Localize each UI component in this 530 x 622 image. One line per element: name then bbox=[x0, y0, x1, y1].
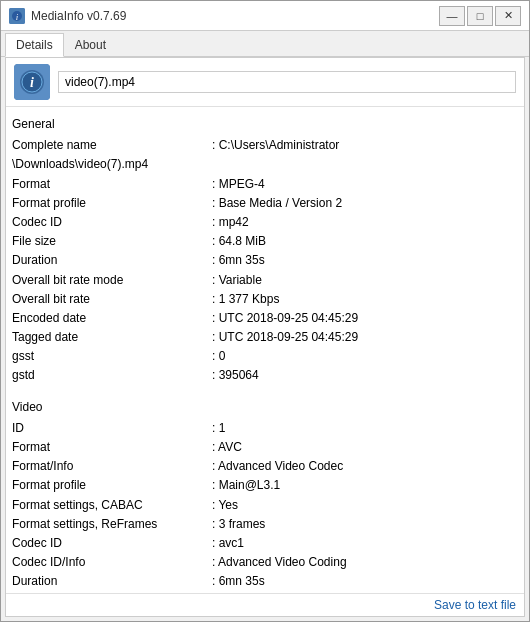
table-row: FormatMPEG-4 bbox=[12, 175, 518, 194]
info-value-continued: \Downloads\video(7).mp4 bbox=[12, 157, 148, 171]
table-row: Overall bit rate modeVariable bbox=[12, 271, 518, 290]
table-row: Format profileMain@L3.1 bbox=[12, 476, 518, 495]
info-key: Overall bit rate mode bbox=[12, 271, 212, 290]
info-key: Complete name bbox=[12, 136, 212, 155]
info-value: 6mn 35s bbox=[212, 251, 265, 270]
table-row: ID1 bbox=[12, 419, 518, 438]
info-value: Yes bbox=[212, 496, 238, 515]
info-value: 3 frames bbox=[212, 515, 265, 534]
table-row: Complete nameC:\Users\Administrator bbox=[12, 136, 518, 155]
info-key: Overall bit rate bbox=[12, 290, 212, 309]
window-title: MediaInfo v0.7.69 bbox=[31, 9, 126, 23]
mediainfo-icon: i bbox=[14, 64, 50, 100]
info-key: Format settings, ReFrames bbox=[12, 515, 212, 534]
table-row: FormatAVC bbox=[12, 438, 518, 457]
info-key: gstd bbox=[12, 366, 212, 385]
info-key: Duration bbox=[12, 251, 212, 270]
save-to-text-link[interactable]: Save to text file bbox=[434, 598, 516, 612]
maximize-button[interactable]: □ bbox=[467, 6, 493, 26]
file-input-bar: i bbox=[6, 58, 524, 107]
info-key: gsst bbox=[12, 347, 212, 366]
section-title-general: General bbox=[12, 115, 518, 134]
info-key: Codec ID bbox=[12, 213, 212, 232]
info-value: 64.8 MiB bbox=[212, 232, 266, 251]
info-key: Codec ID bbox=[12, 534, 212, 553]
info-key: Format bbox=[12, 175, 212, 194]
info-key: Format settings, CABAC bbox=[12, 496, 212, 515]
table-row: gstd395064 bbox=[12, 366, 518, 385]
content-area: i GeneralComplete nameC:\Users\Administr… bbox=[5, 57, 525, 617]
window-controls: — □ ✕ bbox=[439, 6, 521, 26]
info-value: UTC 2018-09-25 04:45:29 bbox=[212, 328, 358, 347]
info-value: C:\Users\Administrator bbox=[212, 136, 339, 155]
tab-about[interactable]: About bbox=[64, 33, 117, 56]
table-row: Format profileBase Media / Version 2 bbox=[12, 194, 518, 213]
info-key: Tagged date bbox=[12, 328, 212, 347]
minimize-button[interactable]: — bbox=[439, 6, 465, 26]
table-row: Codec IDmp42 bbox=[12, 213, 518, 232]
footer: Save to text file bbox=[6, 593, 524, 616]
app-icon: i bbox=[9, 8, 25, 24]
title-bar: i MediaInfo v0.7.69 — □ ✕ bbox=[1, 1, 529, 31]
info-key: Duration bbox=[12, 572, 212, 591]
tab-details[interactable]: Details bbox=[5, 33, 64, 57]
info-value: UTC 2018-09-25 04:45:29 bbox=[212, 309, 358, 328]
table-row: Encoded dateUTC 2018-09-25 04:45:29 bbox=[12, 309, 518, 328]
info-value: 395064 bbox=[212, 366, 259, 385]
info-value: avc1 bbox=[212, 534, 244, 553]
table-row: Codec ID/InfoAdvanced Video Coding bbox=[12, 553, 518, 572]
table-row: Overall bit rate1 377 Kbps bbox=[12, 290, 518, 309]
svg-text:i: i bbox=[30, 75, 34, 90]
table-row: Format settings, CABACYes bbox=[12, 496, 518, 515]
info-key: Format/Info bbox=[12, 457, 212, 476]
title-bar-left: i MediaInfo v0.7.69 bbox=[9, 8, 126, 24]
info-value: 6mn 35s bbox=[212, 572, 265, 591]
info-value: 1 bbox=[212, 419, 225, 438]
info-key: Format bbox=[12, 438, 212, 457]
info-key: File size bbox=[12, 232, 212, 251]
main-window: i MediaInfo v0.7.69 — □ ✕ Details About … bbox=[0, 0, 530, 622]
info-value: Base Media / Version 2 bbox=[212, 194, 342, 213]
info-key: ID bbox=[12, 419, 212, 438]
info-value: AVC bbox=[212, 438, 242, 457]
info-value: 0 bbox=[212, 347, 225, 366]
info-key: Format profile bbox=[12, 476, 212, 495]
info-value: Advanced Video Codec bbox=[212, 457, 343, 476]
info-value: Variable bbox=[212, 271, 262, 290]
table-row: Duration6mn 35s bbox=[12, 251, 518, 270]
info-value: Main@L3.1 bbox=[212, 476, 280, 495]
info-value: 1 377 Kbps bbox=[212, 290, 279, 309]
table-row: Duration6mn 35s bbox=[12, 572, 518, 591]
info-key: Encoded date bbox=[12, 309, 212, 328]
menu-bar: Details About bbox=[1, 31, 529, 57]
table-row: Tagged dateUTC 2018-09-25 04:45:29 bbox=[12, 328, 518, 347]
table-row: Format/InfoAdvanced Video Codec bbox=[12, 457, 518, 476]
table-row: Format settings, ReFrames3 frames bbox=[12, 515, 518, 534]
info-content[interactable]: GeneralComplete nameC:\Users\Administrat… bbox=[6, 107, 524, 593]
section-title-video: Video bbox=[12, 398, 518, 417]
table-row: Codec IDavc1 bbox=[12, 534, 518, 553]
close-button[interactable]: ✕ bbox=[495, 6, 521, 26]
table-row: File size64.8 MiB bbox=[12, 232, 518, 251]
table-row: \Downloads\video(7).mp4 bbox=[12, 155, 518, 174]
table-row: gsst0 bbox=[12, 347, 518, 366]
info-value: MPEG-4 bbox=[212, 175, 265, 194]
info-value: Advanced Video Coding bbox=[212, 553, 347, 572]
info-key: Format profile bbox=[12, 194, 212, 213]
info-key: Codec ID/Info bbox=[12, 553, 212, 572]
file-name-input[interactable] bbox=[58, 71, 516, 93]
info-value: mp42 bbox=[212, 213, 249, 232]
